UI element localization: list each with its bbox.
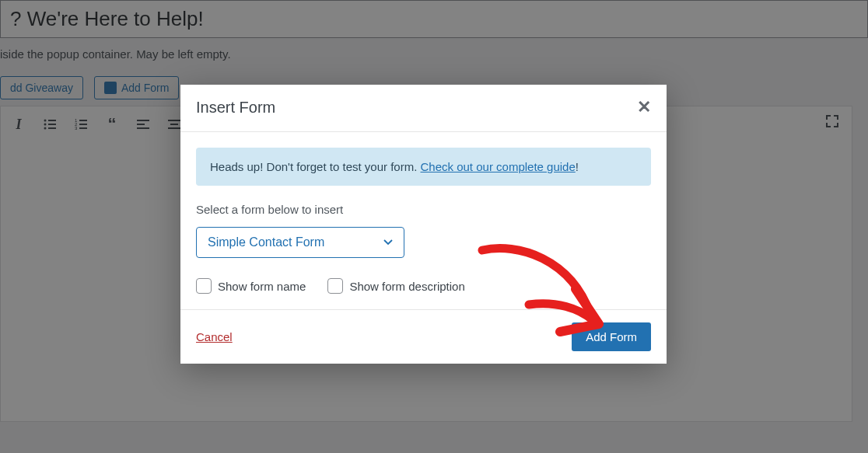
show-desc-label: Show form description bbox=[349, 280, 464, 293]
insert-form-modal: Insert Form ✕ Heads up! Don't forget to … bbox=[180, 85, 667, 364]
alert-suffix: ! bbox=[576, 160, 579, 173]
modal-footer: Cancel Add Form bbox=[180, 309, 667, 364]
form-select-dropdown[interactable]: Simple Contact Form bbox=[196, 227, 404, 258]
modal-title: Insert Form bbox=[196, 99, 275, 117]
show-desc-group: Show form description bbox=[327, 278, 464, 294]
checkbox-options: Show form name Show form description bbox=[196, 278, 651, 294]
add-form-button[interactable]: Add Form bbox=[572, 322, 651, 351]
close-icon[interactable]: ✕ bbox=[637, 97, 651, 117]
show-name-label: Show form name bbox=[218, 280, 306, 293]
show-name-checkbox[interactable] bbox=[196, 278, 212, 294]
modal-header: Insert Form ✕ bbox=[180, 85, 667, 132]
show-desc-checkbox[interactable] bbox=[327, 278, 343, 294]
cancel-button[interactable]: Cancel bbox=[196, 330, 233, 343]
show-name-group: Show form name bbox=[196, 278, 306, 294]
selected-form-name: Simple Contact Form bbox=[208, 235, 324, 249]
heads-up-alert: Heads up! Don't forget to test your form… bbox=[196, 148, 651, 186]
alert-prefix: Heads up! Don't forget to test your form… bbox=[210, 160, 421, 173]
alert-guide-link[interactable]: Check out our complete guide bbox=[421, 160, 576, 173]
select-form-label: Select a form below to insert bbox=[196, 203, 651, 216]
modal-body: Heads up! Don't forget to test your form… bbox=[180, 132, 667, 309]
chevron-down-icon bbox=[383, 238, 393, 247]
